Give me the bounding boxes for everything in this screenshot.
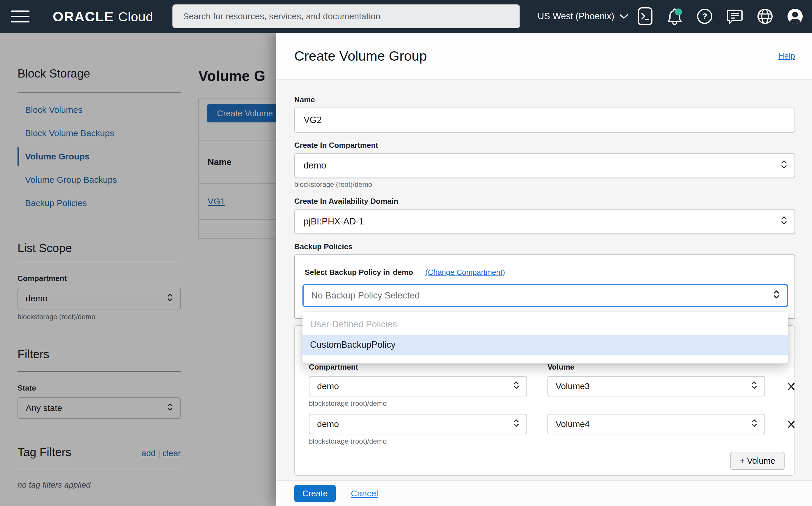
- panel-title: Create Volume Group: [294, 48, 427, 64]
- change-compartment-link[interactable]: (Change Compartment): [425, 268, 505, 277]
- select-stepper-icon: [513, 381, 519, 392]
- volume-row: demo blockstorage (root)/demo Volume3: [309, 376, 785, 408]
- backup-policy-compartment: demo: [393, 268, 413, 277]
- cancel-link[interactable]: Cancel: [351, 489, 378, 498]
- screen: Block Storage Block Volumes Block Volume…: [0, 0, 812, 506]
- create-volume-group-panel: Create Volume Group Help Name Create In …: [276, 33, 812, 506]
- create-in-compartment-label: Create In Compartment: [294, 141, 795, 150]
- backup-policies-card: Select Backup Policy in demo (Change Com…: [294, 254, 795, 319]
- add-volume-button[interactable]: + Volume: [730, 452, 785, 470]
- backup-policy-select[interactable]: No Backup Policy Selected: [302, 284, 788, 307]
- profile-avatar-icon[interactable]: [787, 8, 803, 24]
- region-selector[interactable]: US West (Phoenix): [537, 11, 628, 21]
- help-icon[interactable]: ?: [696, 8, 713, 24]
- cloud-shell-icon[interactable]: [638, 7, 653, 26]
- volume-row-compartment-select[interactable]: demo: [309, 414, 527, 434]
- remove-volume-icon[interactable]: [786, 381, 797, 393]
- svg-text:?: ?: [702, 11, 707, 21]
- name-label: Name: [294, 95, 795, 104]
- compartment-helper-text: blockstorage (root)/demo: [294, 180, 795, 189]
- notifications-bell-icon[interactable]: [666, 7, 683, 25]
- create-button[interactable]: Create: [294, 485, 336, 502]
- select-stepper-icon: [751, 381, 757, 392]
- select-backup-policy-label: Select Backup Policy in: [305, 268, 390, 277]
- menu-icon[interactable]: [11, 10, 29, 22]
- chevron-down-icon: [619, 14, 628, 19]
- volumes-compartment-header: Compartment: [309, 362, 527, 371]
- volumes-volume-header: Volume: [547, 362, 765, 371]
- remove-volume-icon[interactable]: [786, 419, 797, 431]
- feedback-icon[interactable]: [726, 8, 743, 25]
- create-in-compartment-select[interactable]: demo: [294, 153, 795, 178]
- select-stepper-icon: [781, 216, 788, 227]
- select-stepper-icon: [513, 419, 519, 430]
- volume-row-compartment-helper: blockstorage (root)/demo: [309, 399, 527, 408]
- user-defined-policies-group-header: User-Defined Policies: [302, 317, 788, 335]
- search-input[interactable]: [173, 5, 519, 28]
- availability-domain-select[interactable]: pjBI:PHX-AD-1: [294, 209, 795, 234]
- backup-policy-dropdown: User-Defined Policies CustomBackupPolicy: [302, 312, 788, 363]
- name-input[interactable]: [294, 107, 795, 133]
- volume-row-volume-select[interactable]: Volume4: [547, 414, 765, 434]
- select-stepper-icon: [781, 160, 788, 171]
- backup-policies-label: Backup Policies: [294, 242, 795, 251]
- volume-row: demo blockstorage (root)/demo Volume4: [309, 414, 785, 445]
- global-search[interactable]: [172, 4, 520, 28]
- availability-domain-label: Create In Availability Domain: [294, 197, 795, 205]
- panel-footer: Create Cancel: [276, 480, 812, 506]
- panel-body: Name Create In Compartment demo blocksto…: [276, 80, 812, 480]
- volume-row-compartment-select[interactable]: demo: [309, 376, 527, 397]
- oracle-cloud-logo[interactable]: ORACLE Cloud: [53, 8, 153, 24]
- select-stepper-icon: [773, 290, 780, 302]
- help-link[interactable]: Help: [778, 51, 795, 61]
- dropdown-option-custombackuppolicy[interactable]: CustomBackupPolicy: [302, 335, 788, 355]
- select-stepper-icon: [751, 419, 757, 430]
- volume-row-compartment-helper: blockstorage (root)/demo: [309, 437, 527, 445]
- volume-row-volume-select[interactable]: Volume3: [547, 376, 765, 397]
- language-globe-icon[interactable]: [757, 8, 773, 25]
- topbar: ORACLE Cloud US West (Phoenix) ?: [0, 0, 812, 33]
